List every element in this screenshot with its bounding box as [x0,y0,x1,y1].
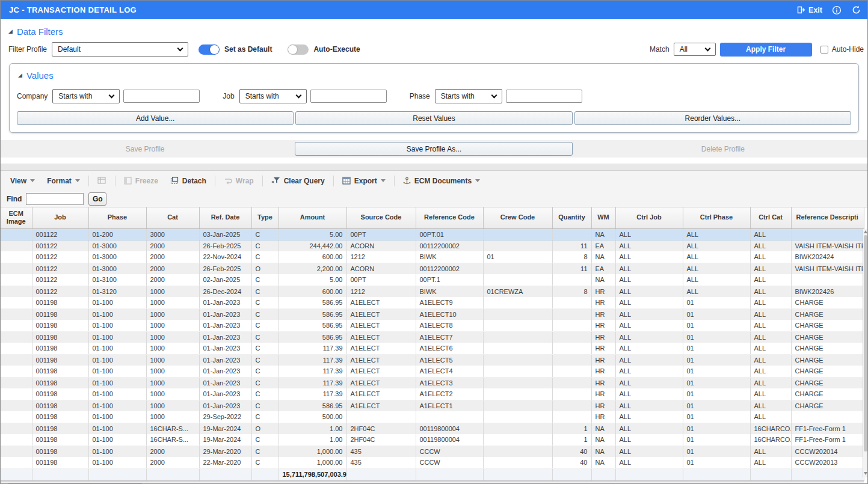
table-cell[interactable]: 1000 [146,388,199,400]
table-cell[interactable]: ALL [750,388,791,400]
table-cell[interactable]: 01-3000 [88,251,146,263]
job-value-input[interactable] [310,90,387,103]
table-cell[interactable]: A1ELECT4 [416,366,483,377]
table-cell[interactable]: 001122 [32,228,88,240]
table-cell[interactable] [552,388,591,400]
table-cell[interactable] [416,411,483,423]
table-cell[interactable]: 01-100 [88,366,146,377]
table-cell[interactable] [1,251,32,263]
table-cell[interactable]: A1ELECT7 [416,331,483,343]
table-row[interactable]: 00119801-100100001-Jan-2023C117.39A1ELEC… [1,354,864,366]
ecm-documents-menu[interactable]: ECM Documents [397,177,486,185]
save-profile-button[interactable]: Save Profile [126,145,165,153]
add-value-button[interactable]: Add Value... [17,111,294,125]
table-cell[interactable]: FF1-Free-Form 1 [791,434,864,446]
table-cell[interactable]: EA [591,263,615,274]
table-cell[interactable]: ALL [615,423,683,434]
table-cell[interactable]: 2000 [146,274,199,286]
table-cell[interactable]: 8 [552,251,591,263]
table-cell[interactable] [1,377,32,388]
table-cell[interactable] [1,297,32,308]
table-cell[interactable] [483,366,552,377]
column-header[interactable]: Ctrl Job [615,207,683,228]
table-cell[interactable]: 01 [683,434,750,446]
table-cell[interactable]: 00112200002 [416,240,483,251]
table-cell[interactable]: 16CHAR-S... [146,434,199,446]
table-cell[interactable]: 01-Jan-2023 [199,331,251,343]
table-cell[interactable]: HR [591,286,615,297]
table-cell[interactable]: HR [591,400,615,411]
table-cell[interactable]: C [251,434,279,446]
scroll-down-icon[interactable] [864,472,867,475]
table-cell[interactable]: 2000 [146,240,199,251]
table-cell[interactable] [1,434,32,446]
table-cell[interactable]: 5.00 [279,228,346,240]
table-cell[interactable]: 1,000.00 [279,457,346,468]
table-cell[interactable]: C [251,331,279,343]
table-cell[interactable]: C [251,446,279,457]
table-cell[interactable]: 01-100 [88,400,146,411]
table-cell[interactable]: A1ELECT [346,388,416,400]
table-cell[interactable]: 16CHARCO... [750,423,791,434]
table-cell[interactable]: ALL [750,343,791,354]
table-cell[interactable]: 01-Jan-2023 [199,308,251,320]
table-cell[interactable]: 1212 [346,286,416,297]
table-cell[interactable]: 01-Jan-2023 [199,343,251,354]
table-cell[interactable]: ALL [615,297,683,308]
table-cell[interactable]: C [251,400,279,411]
table-cell[interactable]: 1.00 [279,434,346,446]
table-cell[interactable]: CHARGE [791,320,864,331]
table-cell[interactable]: 16CHAR-S... [146,423,199,434]
table-cell[interactable]: 01 [683,366,750,377]
format-menu[interactable]: Format [41,177,86,185]
clear-query-button[interactable]: Clear Query [265,177,331,185]
table-cell[interactable]: HR [591,331,615,343]
table-cell[interactable]: ALL [750,366,791,377]
table-cell[interactable]: 00112200002 [416,263,483,274]
table-cell[interactable]: 001198 [32,366,88,377]
table-cell[interactable]: 435 [346,446,416,457]
table-cell[interactable] [483,457,552,468]
table-cell[interactable] [552,400,591,411]
column-header[interactable]: Amount [279,207,346,228]
table-cell[interactable]: 26-Feb-2025 [199,240,251,251]
table-cell[interactable] [483,423,552,434]
table-cell[interactable]: ACORN [346,263,416,274]
column-header[interactable]: Ctrl Phase [683,207,750,228]
table-row[interactable]: 00112201-3120100026-Dec-2024C600.001212B… [1,286,864,297]
table-cell[interactable]: 2000 [146,446,199,457]
table-cell[interactable]: 001198 [32,331,88,343]
exit-button[interactable]: Exit [796,5,822,14]
table-cell[interactable]: 01CREWZA [483,286,552,297]
table-cell[interactable]: CHARGE [791,400,864,411]
table-cell[interactable]: ALL [750,331,791,343]
column-header[interactable]: ECM Image [1,207,32,228]
table-cell[interactable]: C [251,308,279,320]
table-cell[interactable]: C [251,274,279,286]
column-header[interactable]: Ref. Date [199,207,251,228]
table-cell[interactable] [483,228,552,240]
table-cell[interactable] [552,228,591,240]
table-cell[interactable]: 01 [683,343,750,354]
table-cell[interactable] [483,388,552,400]
table-cell[interactable]: NA [591,446,615,457]
table-cell[interactable]: 3000 [146,228,199,240]
table-cell[interactable]: 11 [552,240,591,251]
table-cell[interactable]: 600.00 [279,286,346,297]
table-cell[interactable]: C [251,320,279,331]
go-button[interactable]: Go [88,192,106,206]
table-cell[interactable]: C [251,366,279,377]
table-cell[interactable] [483,411,552,423]
table-cell[interactable]: CHARGE [791,354,864,366]
table-row[interactable]: 00119801-100100001-Jan-2023C586.95A1ELEC… [1,331,864,343]
table-cell[interactable]: 01-100 [88,308,146,320]
table-cell[interactable]: A1ELECT3 [416,377,483,388]
table-cell[interactable]: ALL [615,331,683,343]
table-cell[interactable]: ALL [750,354,791,366]
table-row[interactable]: 00119801-100200029-Mar-2020C1,000.00435C… [1,446,864,457]
table-cell[interactable]: 01-100 [88,320,146,331]
table-cell[interactable]: 1000 [146,331,199,343]
table-cell[interactable]: 01-100 [88,446,146,457]
table-cell[interactable] [483,446,552,457]
table-cell[interactable]: 001198 [32,411,88,423]
